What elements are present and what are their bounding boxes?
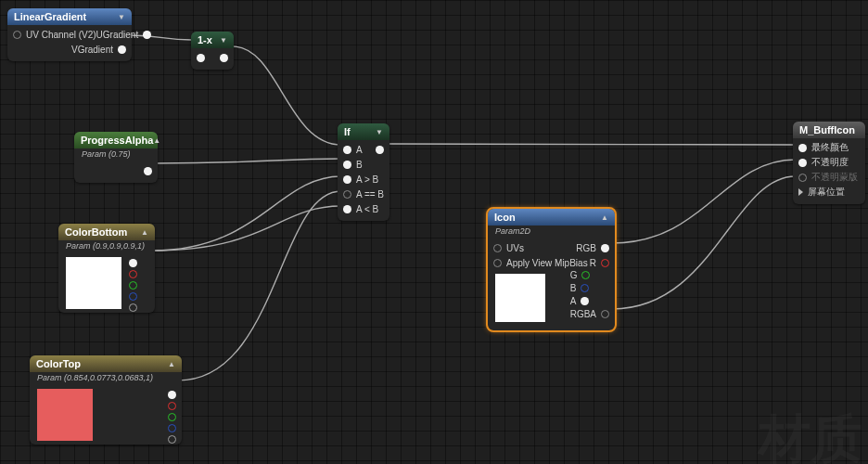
input-pin[interactable] (343, 205, 351, 213)
node-subtitle: Param (0.75) (74, 148, 158, 161)
node-header[interactable]: ProgressAlpha ▲ (74, 132, 158, 148)
color-swatch (66, 257, 121, 309)
node-subtitle: Param2D (488, 226, 615, 238)
input-pin[interactable] (493, 244, 502, 252)
chevron-up-icon[interactable]: ▲ (153, 136, 160, 145)
node-header[interactable]: ColorBottom ▲ (58, 224, 155, 240)
output-pin-r[interactable] (168, 402, 176, 410)
node-one-minus[interactable]: 1-x ▼ (191, 32, 234, 70)
input-pin[interactable] (13, 31, 21, 39)
input-pin-opacity[interactable] (798, 159, 807, 167)
node-if[interactable]: If ▼ A B A > B A == B A < B (338, 123, 389, 221)
input-pin-final-color[interactable] (798, 144, 807, 152)
node-header[interactable]: ColorTop ▲ (30, 355, 182, 372)
node-linear-gradient[interactable]: LinearGradient ▼ UV Channel (V2) UGradie… (7, 8, 132, 61)
output-pin[interactable] (376, 146, 384, 154)
node-color-bottom[interactable]: ColorBottom ▲ Param (0.9,0.9,0.9,1) (58, 224, 155, 313)
chevron-up-icon[interactable]: ▲ (601, 213, 608, 222)
node-header[interactable]: M_BuffIcon (793, 122, 865, 138)
node-header[interactable]: If ▼ (338, 123, 389, 140)
node-title: Icon (494, 212, 516, 223)
input-pin[interactable] (343, 161, 351, 169)
node-header[interactable]: LinearGradient ▼ (7, 8, 132, 25)
input-pin[interactable] (343, 190, 351, 199)
chevron-up-icon[interactable]: ▲ (141, 228, 148, 237)
chevron-down-icon[interactable]: ▼ (118, 13, 125, 21)
node-title: ProgressAlpha (81, 135, 153, 146)
node-material-output[interactable]: M_BuffIcon 最终颜色 不透明度 不透明蒙版 屏幕位置 (793, 122, 865, 204)
output-pin-rgb[interactable] (601, 244, 609, 252)
output-pin-b[interactable] (168, 424, 176, 432)
output-pin-a[interactable] (168, 435, 176, 444)
output-pin-g[interactable] (129, 281, 137, 290)
input-pin[interactable] (343, 175, 351, 184)
input-pin[interactable] (493, 259, 502, 267)
node-title: M_BuffIcon (799, 124, 855, 135)
node-subtitle: Param (0.854,0.0773,0.0683,1) (30, 372, 182, 385)
node-title: 1-x (198, 34, 212, 45)
output-pin-a[interactable] (581, 297, 589, 305)
node-title: ColorBottom (65, 226, 127, 238)
input-pin[interactable] (197, 54, 205, 62)
output-pin-r[interactable] (129, 270, 137, 278)
output-pin-b[interactable] (129, 292, 137, 301)
node-body: UV Channel (V2) UGradient VGradient (7, 25, 132, 61)
output-pin-b[interactable] (581, 284, 589, 292)
watermark: 材质 (759, 405, 862, 464)
output-pin-g[interactable] (168, 413, 176, 421)
output-pin-a[interactable] (129, 303, 137, 312)
chevron-down-icon[interactable]: ▼ (376, 128, 383, 136)
node-header[interactable]: Icon ▲ (488, 209, 615, 226)
node-icon[interactable]: Icon ▲ Param2D UVs RGB Apply View MipBia… (488, 209, 615, 330)
node-title: If (344, 126, 351, 137)
output-pin[interactable] (168, 391, 176, 399)
node-header[interactable]: 1-x ▼ (191, 32, 234, 48)
output-pin-g[interactable] (581, 271, 590, 279)
node-title: ColorTop (36, 358, 81, 369)
texture-preview (495, 274, 545, 322)
output-pin[interactable] (118, 45, 126, 54)
chevron-up-icon[interactable]: ▲ (168, 360, 175, 368)
node-color-top[interactable]: ColorTop ▲ Param (0.854,0.0773,0.0683,1) (30, 355, 182, 445)
node-title: LinearGradient (14, 11, 86, 22)
input-pin-opacity-mask[interactable] (798, 174, 807, 182)
output-pin[interactable] (144, 167, 152, 175)
output-pin[interactable] (129, 259, 137, 267)
output-pin-rgba[interactable] (601, 310, 609, 318)
output-pin[interactable] (220, 54, 228, 62)
input-pin[interactable] (343, 146, 351, 154)
output-pin[interactable] (143, 31, 151, 39)
node-progress-alpha[interactable]: ProgressAlpha ▲ Param (0.75) (74, 132, 158, 183)
node-subtitle: Param (0.9,0.9,0.9,1) (58, 240, 155, 253)
input-pin-screen-pos[interactable] (798, 188, 803, 196)
color-swatch (37, 389, 93, 441)
output-pin-r[interactable] (601, 259, 609, 267)
chevron-down-icon[interactable]: ▼ (220, 36, 227, 45)
